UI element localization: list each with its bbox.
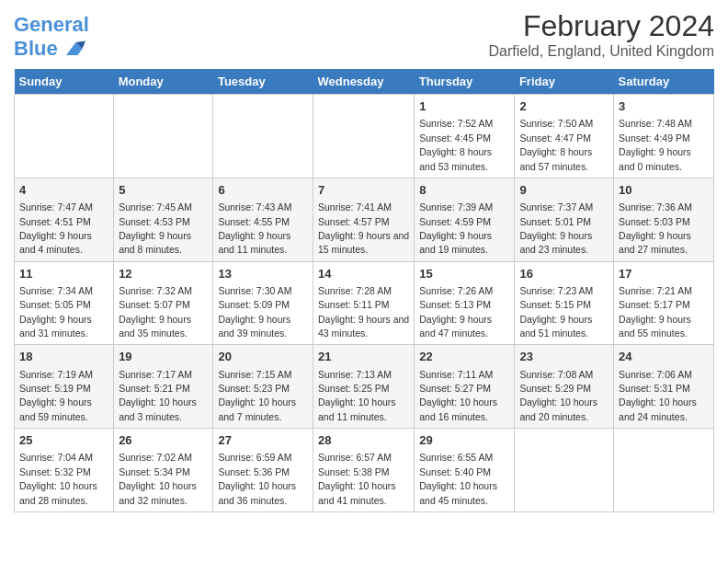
calendar-day-cell: 4Sunrise: 7:47 AM Sunset: 4:51 PM Daylig… <box>15 178 114 261</box>
main-title: February 2024 <box>489 9 714 43</box>
day-number: 15 <box>419 266 509 282</box>
calendar-day-cell: 9Sunrise: 7:37 AM Sunset: 5:01 PM Daylig… <box>515 178 614 261</box>
day-info: Sunrise: 7:23 AM Sunset: 5:15 PM Dayligh… <box>519 285 593 339</box>
weekday-header-thursday: Thursday <box>415 69 515 95</box>
day-number: 12 <box>119 266 208 282</box>
day-number: 19 <box>119 349 208 365</box>
day-number: 6 <box>218 182 308 199</box>
calendar-day-cell: 22Sunrise: 7:11 AM Sunset: 5:27 PM Dayli… <box>415 345 515 429</box>
day-info: Sunrise: 7:15 AM Sunset: 5:23 PM Dayligh… <box>218 369 296 422</box>
calendar-week-row: 4Sunrise: 7:47 AM Sunset: 4:51 PM Daylig… <box>15 178 714 261</box>
day-number: 25 <box>19 432 108 449</box>
day-info: Sunrise: 7:08 AM Sunset: 5:29 PM Dayligh… <box>519 369 597 422</box>
calendar-day-cell: 5Sunrise: 7:45 AM Sunset: 4:53 PM Daylig… <box>114 178 213 261</box>
calendar-week-row: 18Sunrise: 7:19 AM Sunset: 5:19 PM Dayli… <box>15 345 714 429</box>
empty-day-cell <box>114 95 213 178</box>
calendar-day-cell: 11Sunrise: 7:34 AM Sunset: 5:05 PM Dayli… <box>15 261 114 345</box>
calendar-day-cell: 2Sunrise: 7:50 AM Sunset: 4:47 PM Daylig… <box>515 95 614 178</box>
logo-icon <box>60 36 85 62</box>
day-number: 28 <box>318 432 409 449</box>
day-number: 24 <box>619 349 709 365</box>
calendar-day-cell: 24Sunrise: 7:06 AM Sunset: 5:31 PM Dayli… <box>614 345 714 429</box>
day-number: 22 <box>419 349 509 365</box>
day-number: 17 <box>619 266 709 282</box>
calendar-day-cell: 28Sunrise: 6:57 AM Sunset: 5:38 PM Dayli… <box>313 429 414 512</box>
calendar-day-cell: 19Sunrise: 7:17 AM Sunset: 5:21 PM Dayli… <box>114 345 213 429</box>
weekday-header-monday: Monday <box>114 69 213 95</box>
day-info: Sunrise: 6:57 AM Sunset: 5:38 PM Dayligh… <box>318 452 396 505</box>
calendar-day-cell: 16Sunrise: 7:23 AM Sunset: 5:15 PM Dayli… <box>515 261 614 345</box>
day-info: Sunrise: 7:43 AM Sunset: 4:55 PM Dayligh… <box>218 201 291 255</box>
day-number: 8 <box>419 182 509 199</box>
subtitle: Darfield, England, United Kingdom <box>489 43 714 60</box>
day-info: Sunrise: 7:52 AM Sunset: 4:45 PM Dayligh… <box>419 118 493 171</box>
day-info: Sunrise: 7:11 AM Sunset: 5:27 PM Dayligh… <box>419 369 497 422</box>
empty-day-cell <box>213 95 313 178</box>
title-area: February 2024 Darfield, England, United … <box>489 9 714 60</box>
calendar-day-cell: 13Sunrise: 7:30 AM Sunset: 5:09 PM Dayli… <box>213 261 313 345</box>
weekday-header-tuesday: Tuesday <box>213 69 313 95</box>
calendar-day-cell: 8Sunrise: 7:39 AM Sunset: 4:59 PM Daylig… <box>415 178 515 261</box>
day-number: 1 <box>419 98 509 115</box>
day-info: Sunrise: 7:21 AM Sunset: 5:17 PM Dayligh… <box>619 285 692 339</box>
weekday-header-friday: Friday <box>515 69 614 95</box>
day-number: 21 <box>318 349 409 365</box>
calendar-week-row: 25Sunrise: 7:04 AM Sunset: 5:32 PM Dayli… <box>15 429 714 512</box>
empty-day-cell <box>515 429 614 512</box>
calendar-day-cell: 20Sunrise: 7:15 AM Sunset: 5:23 PM Dayli… <box>213 345 313 429</box>
day-info: Sunrise: 7:41 AM Sunset: 4:57 PM Dayligh… <box>318 201 409 255</box>
empty-day-cell <box>614 429 714 512</box>
day-info: Sunrise: 7:04 AM Sunset: 5:32 PM Dayligh… <box>19 452 97 505</box>
day-info: Sunrise: 7:17 AM Sunset: 5:21 PM Dayligh… <box>119 369 197 422</box>
day-info: Sunrise: 7:19 AM Sunset: 5:19 PM Dayligh… <box>19 369 93 422</box>
day-info: Sunrise: 7:39 AM Sunset: 4:59 PM Dayligh… <box>419 201 493 255</box>
calendar-day-cell: 17Sunrise: 7:21 AM Sunset: 5:17 PM Dayli… <box>614 261 714 345</box>
calendar-day-cell: 25Sunrise: 7:04 AM Sunset: 5:32 PM Dayli… <box>15 429 114 512</box>
weekday-header-wednesday: Wednesday <box>313 69 414 95</box>
day-number: 20 <box>218 349 308 365</box>
page-header: General Blue February 2024 Darfield, Eng… <box>14 9 714 62</box>
day-info: Sunrise: 7:47 AM Sunset: 4:51 PM Dayligh… <box>19 201 93 255</box>
day-info: Sunrise: 7:34 AM Sunset: 5:05 PM Dayligh… <box>19 285 93 339</box>
empty-day-cell <box>313 95 414 178</box>
calendar-day-cell: 26Sunrise: 7:02 AM Sunset: 5:34 PM Dayli… <box>114 429 213 512</box>
day-number: 13 <box>218 266 308 282</box>
day-number: 26 <box>119 432 208 449</box>
calendar-day-cell: 1Sunrise: 7:52 AM Sunset: 4:45 PM Daylig… <box>415 95 515 178</box>
logo: General Blue <box>14 14 89 62</box>
logo-blue-text: Blue <box>14 38 58 60</box>
calendar-day-cell: 14Sunrise: 7:28 AM Sunset: 5:11 PM Dayli… <box>313 261 414 345</box>
day-number: 3 <box>619 98 709 115</box>
calendar-day-cell: 3Sunrise: 7:48 AM Sunset: 4:49 PM Daylig… <box>614 95 714 178</box>
day-number: 11 <box>19 266 108 282</box>
day-number: 14 <box>318 266 409 282</box>
day-info: Sunrise: 7:36 AM Sunset: 5:03 PM Dayligh… <box>619 201 692 255</box>
weekday-header-sunday: Sunday <box>15 69 114 95</box>
calendar-day-cell: 7Sunrise: 7:41 AM Sunset: 4:57 PM Daylig… <box>313 178 414 261</box>
day-number: 7 <box>318 182 409 199</box>
calendar-week-row: 1Sunrise: 7:52 AM Sunset: 4:45 PM Daylig… <box>15 95 714 178</box>
calendar-day-cell: 27Sunrise: 6:59 AM Sunset: 5:36 PM Dayli… <box>213 429 313 512</box>
calendar-table: SundayMondayTuesdayWednesdayThursdayFrid… <box>14 69 714 512</box>
calendar-day-cell: 6Sunrise: 7:43 AM Sunset: 4:55 PM Daylig… <box>213 178 313 261</box>
day-info: Sunrise: 7:06 AM Sunset: 5:31 PM Dayligh… <box>619 369 697 422</box>
calendar-week-row: 11Sunrise: 7:34 AM Sunset: 5:05 PM Dayli… <box>15 261 714 345</box>
day-number: 27 <box>218 432 308 449</box>
weekday-header-row: SundayMondayTuesdayWednesdayThursdayFrid… <box>15 69 714 95</box>
calendar-day-cell: 18Sunrise: 7:19 AM Sunset: 5:19 PM Dayli… <box>15 345 114 429</box>
logo-text: General <box>14 14 89 36</box>
calendar-day-cell: 12Sunrise: 7:32 AM Sunset: 5:07 PM Dayli… <box>114 261 213 345</box>
day-info: Sunrise: 6:59 AM Sunset: 5:36 PM Dayligh… <box>218 452 296 505</box>
day-info: Sunrise: 7:32 AM Sunset: 5:07 PM Dayligh… <box>119 285 192 339</box>
day-number: 29 <box>419 432 509 449</box>
empty-day-cell <box>15 95 114 178</box>
day-info: Sunrise: 7:50 AM Sunset: 4:47 PM Dayligh… <box>519 118 593 171</box>
weekday-header-saturday: Saturday <box>614 69 714 95</box>
day-number: 10 <box>619 182 709 199</box>
day-info: Sunrise: 6:55 AM Sunset: 5:40 PM Dayligh… <box>419 452 497 505</box>
day-info: Sunrise: 7:28 AM Sunset: 5:11 PM Dayligh… <box>318 285 409 339</box>
day-number: 9 <box>519 182 609 199</box>
day-info: Sunrise: 7:30 AM Sunset: 5:09 PM Dayligh… <box>218 285 291 339</box>
calendar-day-cell: 21Sunrise: 7:13 AM Sunset: 5:25 PM Dayli… <box>313 345 414 429</box>
day-number: 23 <box>519 349 609 365</box>
